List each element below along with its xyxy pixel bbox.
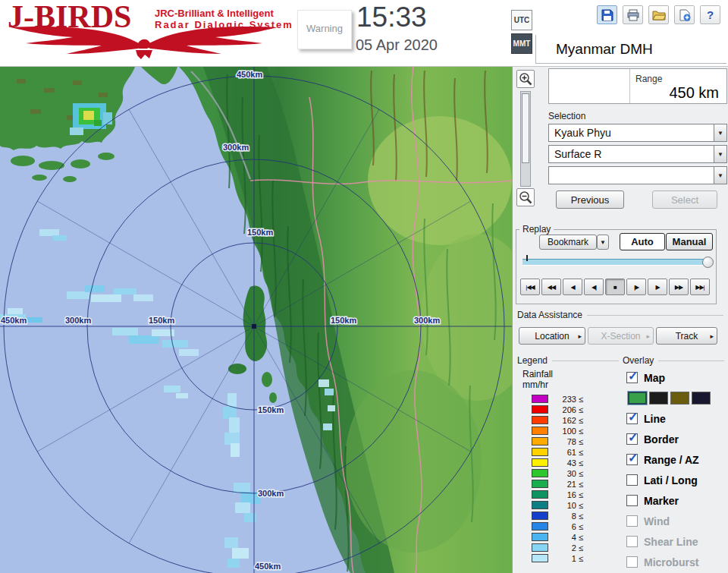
zoom-in-button[interactable] — [516, 70, 535, 88]
help-button[interactable]: ? — [700, 5, 720, 24]
clock-time: 15:33 — [356, 2, 427, 33]
map-style-swatch[interactable] — [692, 392, 711, 405]
chevron-down-icon[interactable]: ▼ — [714, 145, 727, 163]
legend-color-swatch — [532, 543, 548, 552]
fast-rewind-button[interactable]: ◀◀ — [541, 279, 561, 295]
timeline-start-tick — [526, 255, 528, 261]
range-label: 450km — [1, 316, 27, 325]
play-button[interactable]: ▶ — [648, 279, 667, 295]
legend-row: 61 ≤ — [520, 448, 583, 456]
legend-value: 10 ≤ — [553, 501, 583, 510]
checkbox[interactable]: ✓ — [626, 433, 638, 445]
submenu-arrow-icon: ▸ — [578, 332, 582, 340]
chevron-down-icon[interactable]: ▼ — [714, 166, 727, 184]
playback-controls: |◀◀ ◀◀ ◀ ◀| ■ |▶ ▶ ▶▶ ▶▶| — [520, 279, 710, 295]
j-birds-app: J-BIRDS JRC-Brilliant & Intelligent Rada… — [0, 0, 728, 573]
site-dropdown-value[interactable]: Kyauk Phyu — [548, 124, 714, 142]
manual-mode-button[interactable]: Manual — [666, 233, 713, 250]
product-dropdown[interactable]: Surface R ▼ — [548, 145, 727, 163]
zoom-slider-thumb[interactable] — [522, 93, 529, 163]
header-toolbar: ? — [597, 5, 720, 24]
header-bar: J-BIRDS JRC-Brilliant & Intelligent Rada… — [0, 0, 728, 67]
legend-color-swatch — [532, 490, 548, 499]
legend-row: 10 ≤ — [520, 501, 583, 509]
checkbox[interactable]: ✓ — [626, 413, 638, 424]
save-button[interactable] — [597, 5, 617, 24]
legend-color-swatch — [532, 427, 548, 435]
skip-to-start-button[interactable]: |◀◀ — [520, 279, 540, 295]
radar-map-canvas[interactable]: 450km 300km 150km 150km 300km 450km 450k… — [0, 67, 512, 573]
radar-site-marker — [252, 324, 256, 329]
skip-to-end-button[interactable]: ▶▶| — [690, 279, 710, 295]
range-label: 300km — [258, 489, 284, 498]
map-style-swatch[interactable] — [670, 392, 689, 405]
legend-value: 1 ≤ — [553, 554, 583, 563]
fast-forward-button[interactable]: ▶▶ — [669, 279, 689, 295]
printer-icon — [627, 9, 639, 21]
range-label: 150km — [247, 228, 273, 237]
zoom-slider[interactable] — [520, 91, 531, 187]
divider — [552, 360, 619, 361]
mmt-button[interactable]: MMT — [511, 33, 532, 54]
divider — [658, 360, 724, 361]
location-button[interactable]: Location ▸ — [519, 327, 585, 345]
x-section-button[interactable]: X-Section ▸ — [588, 327, 654, 345]
step-forward-button[interactable]: |▶ — [626, 279, 646, 295]
chevron-down-icon[interactable]: ▼ — [714, 124, 727, 142]
checkbox[interactable] — [626, 474, 638, 486]
check-icon: ✓ — [628, 451, 638, 465]
option-dropdown-value[interactable] — [548, 166, 714, 184]
overlay-item-line[interactable]: ✓ Line — [626, 412, 726, 425]
utc-button[interactable]: UTC — [511, 10, 532, 30]
overlay-section-label: Overlay — [623, 355, 724, 366]
data-assistance-section-label: Data Assistance — [517, 310, 723, 320]
checkbox — [626, 536, 638, 547]
replay-timeline-slider[interactable] — [522, 259, 711, 266]
legend-color-swatch — [532, 458, 548, 467]
auto-mode-button[interactable]: Auto — [620, 233, 665, 250]
legend-color-swatch — [532, 395, 548, 403]
check-icon: ✓ — [628, 410, 638, 424]
export-button[interactable] — [674, 5, 695, 24]
range-label: 450km — [237, 70, 262, 79]
product-dropdown-value[interactable]: Surface R — [548, 145, 714, 163]
warning-button[interactable]: Warning — [297, 10, 352, 49]
step-back-button[interactable]: ◀| — [584, 279, 604, 295]
overlay-item-map[interactable]: ✓ Map — [626, 371, 726, 384]
legend-row: 162 ≤ — [520, 416, 583, 424]
checkbox[interactable]: ✓ — [626, 372, 638, 383]
bookmark-dropdown-arrow[interactable]: ▼ — [597, 235, 609, 250]
legend-value: 2 ≤ — [553, 543, 583, 553]
select-button[interactable]: Select — [652, 190, 717, 209]
overlay-item-microburst: Microburst — [626, 556, 726, 568]
play-reverse-button[interactable]: ◀ — [563, 279, 582, 295]
radar-map[interactable]: 450km 300km 150km 150km 300km 450km 450k… — [0, 67, 512, 573]
checkbox[interactable]: ✓ — [626, 454, 638, 465]
map-style-swatch[interactable] — [628, 392, 647, 405]
overlay-item-lati-long[interactable]: Lati / Long — [626, 474, 726, 486]
station-name-box: Myanmar DMH — [535, 35, 726, 64]
bookmark-button[interactable]: Bookmark — [539, 235, 597, 250]
jbirds-logo: J-BIRDS JRC-Brilliant & Intelligent Rada… — [5, 2, 287, 65]
range-label: 450km — [255, 562, 281, 571]
checkbox[interactable] — [626, 495, 638, 506]
map-style-swatch[interactable] — [649, 392, 668, 405]
print-button[interactable] — [623, 5, 643, 24]
track-button[interactable]: Track ▸ — [656, 327, 717, 345]
legend-value: 30 ≤ — [553, 469, 583, 478]
overlay-item-border[interactable]: ✓ Border — [626, 433, 726, 445]
open-folder-button[interactable] — [648, 5, 669, 24]
overlay-item-shear-line: Shear Line — [626, 535, 726, 548]
submenu-arrow-icon: ▸ — [710, 332, 714, 340]
site-dropdown[interactable]: Kyauk Phyu ▼ — [548, 124, 727, 142]
zoom-out-button[interactable] — [516, 188, 535, 206]
stop-button[interactable]: ■ — [605, 279, 625, 295]
legend-row: 16 ≤ — [520, 490, 583, 499]
overlay-item-range-az[interactable]: ✓ Range / AZ — [626, 453, 726, 466]
option-dropdown[interactable]: ▼ — [548, 166, 727, 184]
legend-section-label: Legend — [517, 355, 619, 366]
save-icon — [601, 9, 613, 21]
overlay-item-marker[interactable]: Marker — [626, 494, 726, 507]
timeline-slider-handle[interactable] — [702, 257, 714, 268]
previous-button[interactable]: Previous — [556, 190, 624, 209]
